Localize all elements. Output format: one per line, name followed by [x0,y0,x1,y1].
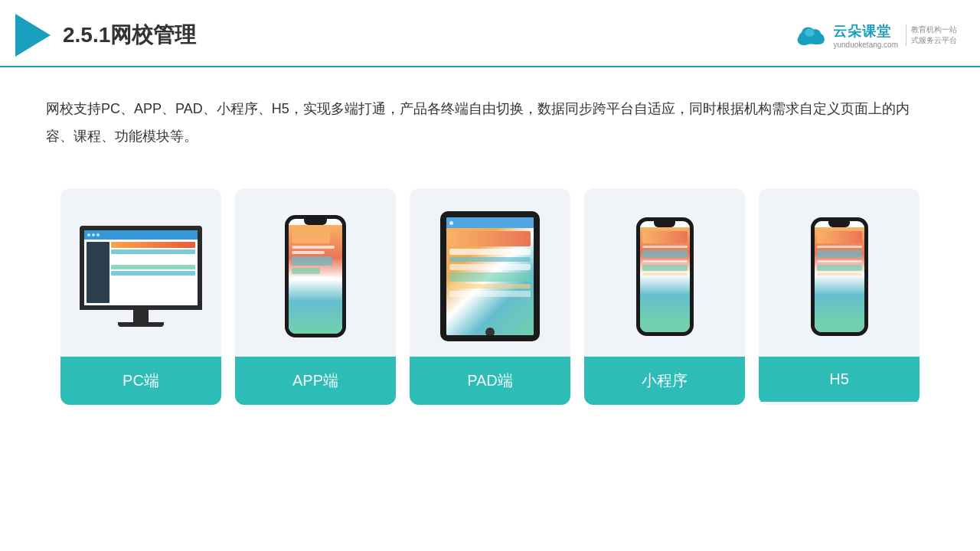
brand-name: 云朵课堂 yunduoketang.com [833,22,898,49]
card-h5: H5 [759,188,920,405]
page-title: 2.5.1网校管理 [63,21,196,50]
card-pc-label: PC端 [60,357,221,405]
logo-triangle-icon [15,14,51,57]
header: 2.5.1网校管理 云朵课堂 yunduoketang.com 教育机构一站式服… [0,0,980,67]
card-h5-image [759,188,920,357]
mini-phone-2-icon [811,217,868,336]
description: 网校支持PC、APP、PAD、小程序、H5，实现多端打通，产品各终端自由切换，数… [0,67,980,165]
pc-monitor-icon [76,226,206,327]
description-text: 网校支持PC、APP、PAD、小程序、H5，实现多端打通，产品各终端自由切换，数… [46,101,910,144]
cards-container: PC端 APP端 [0,173,980,420]
brand-slogan: 教育机构一站式服务云平台 [906,24,957,46]
phone-mockup-icon [285,215,346,337]
card-h5-label: H5 [759,357,920,402]
brand-logo: 云朵课堂 yunduoketang.com 教育机构一站式服务云平台 [795,22,957,49]
mini-phone-1-icon [636,217,694,336]
svg-rect-5 [801,36,825,44]
card-pad-label: PAD端 [410,357,570,405]
card-miniprogram: 小程序 [584,188,745,405]
card-miniprogram-image [584,188,745,357]
card-pad: PAD端 [410,188,570,405]
card-pad-image [410,188,570,357]
header-right: 云朵课堂 yunduoketang.com 教育机构一站式服务云平台 [795,22,957,49]
card-pc: PC端 [60,188,221,405]
cloud-icon [795,24,828,47]
card-app-label: APP端 [235,357,396,405]
card-app-image [235,188,396,357]
card-miniprogram-label: 小程序 [584,357,745,405]
tablet-mockup-icon [440,211,540,341]
svg-point-6 [805,28,815,37]
card-app: APP端 [235,188,396,405]
header-left: 2.5.1网校管理 [15,14,196,57]
card-pc-image [60,188,221,357]
